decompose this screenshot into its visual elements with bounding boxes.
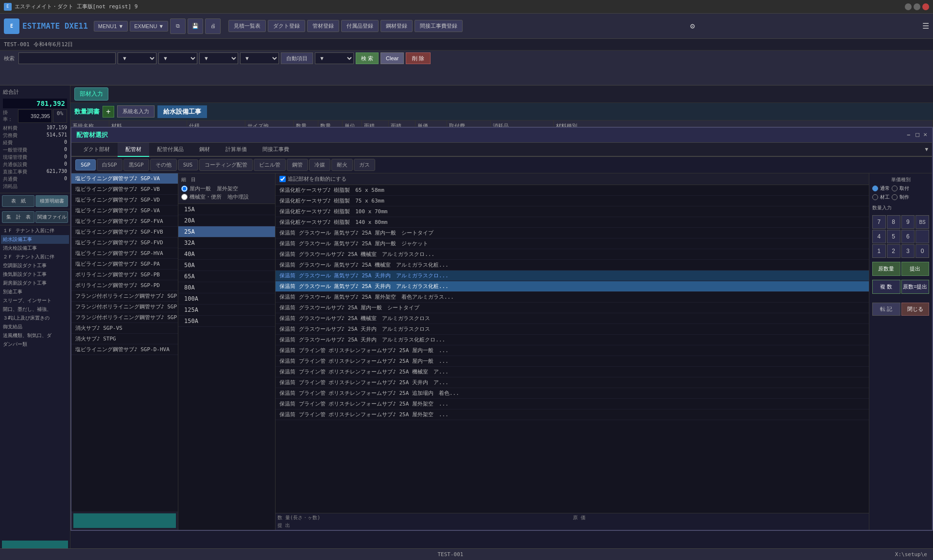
num-0-btn[interactable]: 0 xyxy=(916,244,929,258)
list-item[interactable]: 塩ビライニング鋼管サブ♪ SGP-VD xyxy=(71,195,178,205)
material-radio[interactable] xyxy=(872,194,878,200)
subtab-other[interactable]: その他 xyxy=(150,159,177,171)
list-item[interactable]: フランジ付ポリライニング鋼管サブ♪ SGP-FPA xyxy=(71,291,178,302)
size-item[interactable]: 150A xyxy=(178,316,275,327)
tab-steel[interactable]: 鋼材 xyxy=(191,143,218,157)
size-item[interactable]: 125A xyxy=(178,305,275,316)
exmenu-button[interactable]: EXMENU ▼ xyxy=(130,21,168,32)
print-icon-btn[interactable]: 🖨 xyxy=(205,18,221,34)
equipment-title-btn[interactable]: 給水設備工事 xyxy=(157,105,207,118)
clear-btn[interactable]: Clear xyxy=(380,52,404,64)
dialog-close-btn[interactable]: ✕ xyxy=(923,131,927,139)
right-item[interactable]: 保温筒 グラスウールサブ♪ 25A 機械室 アルミガラスクロ... xyxy=(276,249,869,260)
tab-pipe-material[interactable]: 配管材 xyxy=(118,143,149,157)
transfer-btn[interactable]: 転 記 xyxy=(872,303,900,316)
right-item[interactable]: 保温筒 グラスウール 蒸気サブ♪ 25A 屋内一般 ジャケット xyxy=(276,238,869,249)
file-item[interactable]: 御支給品 xyxy=(1,322,69,331)
file-list[interactable]: １Ｆ テナント入居に伴 給水設備工事 消火栓設備工事 ２Ｆ テナント入居に伴 空… xyxy=(0,225,70,539)
rate-value-input[interactable] xyxy=(18,109,52,123)
right-item[interactable]: 保温筒 ブライン管 ポリスチレンフォームサブ♪ 25A 屋外架空 ... xyxy=(276,399,869,409)
list-item[interactable]: 消火サブ♪ STPG xyxy=(71,334,178,344)
size-item[interactable]: 50A xyxy=(178,260,275,271)
num-9-btn[interactable]: 9 xyxy=(901,215,915,229)
size-item[interactable]: 20A xyxy=(178,215,275,226)
original-submit-btn[interactable]: 原数=提出 xyxy=(901,280,930,294)
file-item[interactable]: １Ｆ テナント入居に伴 xyxy=(1,226,69,235)
list-item[interactable]: 消火サブ♪ SGP-VS xyxy=(71,323,178,334)
dialog-minimize-btn[interactable]: － xyxy=(905,131,912,139)
right-item[interactable]: 保温筒 グラスウールサブ♪ 25A 屋内一般 シートタイプ xyxy=(276,303,869,313)
num-8-btn[interactable]: 8 xyxy=(887,215,900,229)
subtab-refrigerant[interactable]: 冷媒 xyxy=(309,159,330,171)
file-item[interactable]: 消火栓設備工事 xyxy=(1,244,69,253)
size-item[interactable]: 65A xyxy=(178,271,275,282)
right-item[interactable]: 保温筒 グラスウールサブ♪ 25A 天井内 アルミガラス化粧クロ... xyxy=(276,335,869,345)
estimate-list-btn[interactable]: 見積一覧表 xyxy=(228,20,266,32)
save-icon-btn[interactable]: 💾 xyxy=(188,18,203,34)
pipe-list[interactable]: 塩ビライニング鋼管サブ♪ SGP-VA 塩ビライニング鋼管サブ♪ SGP-VB … xyxy=(71,173,178,511)
list-item[interactable]: 塩ビライニング鋼管サブ♪ SGP-FVA xyxy=(71,216,178,227)
file-item[interactable]: ダンパー類 xyxy=(1,340,69,349)
subtab-black-sgp[interactable]: 黒SGP xyxy=(123,159,149,171)
right-item[interactable]: 保温筒 グラスウール 蒸気サブ♪ 25A 屋内一般 シートタイプ xyxy=(276,228,869,238)
submit-btn[interactable]: 提出 xyxy=(901,262,930,276)
copy-btn[interactable]: 複 数 xyxy=(872,280,900,294)
sys-input-btn[interactable]: 系統名入力 xyxy=(117,105,155,118)
list-item[interactable]: 塩ビライニング鋼管サブ♪ SGP-VA xyxy=(71,205,178,216)
subtab-sgp[interactable]: SGP xyxy=(75,159,96,170)
list-item[interactable]: 塩ビライニング鋼管サブ♪ SGP-D-HVA xyxy=(71,344,178,355)
close-btn[interactable] xyxy=(922,3,929,10)
steel-register-btn[interactable]: 鋼材登録 xyxy=(380,20,413,32)
auto-include-checkbox[interactable] xyxy=(279,176,286,182)
close-dialog-btn[interactable]: 閉じる xyxy=(901,303,930,316)
file-item[interactable]: 開口、墨だし、補強、 xyxy=(1,305,69,314)
right-item[interactable]: 保温化粧ケースサブ♪ 樹脂製 75 x 63mm xyxy=(276,196,869,206)
list-item[interactable]: 塩ビライニング鋼管サブ♪ SGP-FVB xyxy=(71,227,178,238)
size-item[interactable]: 32A xyxy=(178,238,275,249)
auto-item-btn[interactable]: 自動項目 xyxy=(281,52,313,64)
indirect-cost-btn[interactable]: 間接工事費登録 xyxy=(415,20,463,32)
add-qty-btn[interactable]: + xyxy=(103,106,114,118)
duct-register-btn[interactable]: ダクト登録 xyxy=(268,20,305,32)
right-item[interactable]: 保温筒 グラスウールサブ♪ 25A 天井内 アルミガラスクロス xyxy=(276,324,869,335)
list-item[interactable]: 塩ビライニング鋼管サブ♪ SGP-FVD xyxy=(71,238,178,248)
filter-machine-room-radio[interactable] xyxy=(181,194,188,200)
file-item[interactable]: 厨房新設ダクト工事 xyxy=(1,279,69,288)
subtab-gas[interactable]: ガス xyxy=(354,159,375,171)
maximize-btn[interactable] xyxy=(914,3,920,10)
list-item[interactable]: フランジ付ポリライニング鋼管サブ♪ SGP-FPB xyxy=(71,302,178,312)
right-item[interactable]: 保温筒 ブライン管 ポリスチレンフォームサブ♪ 25A 屋外架空 ... xyxy=(276,409,869,420)
pipe-register-btn[interactable]: 管材登録 xyxy=(307,20,339,32)
size-item-25a[interactable]: 25A xyxy=(178,226,275,238)
search-dropdown4[interactable]: ▼ xyxy=(240,52,279,64)
num-blank-btn[interactable] xyxy=(916,230,929,243)
subtab-coating[interactable]: コーティング配管 xyxy=(199,159,253,171)
file-item[interactable]: 給水設備工事 xyxy=(1,235,69,244)
install-radio[interactable] xyxy=(892,186,898,191)
detail-btn[interactable]: 積算明細書 xyxy=(35,195,68,207)
num-bs-btn[interactable]: BS xyxy=(916,215,929,229)
search-dropdown3[interactable]: ▼ xyxy=(199,52,238,64)
num-3-btn[interactable]: 3 xyxy=(901,244,915,258)
right-item[interactable]: 保温筒 ブライン管 ポリスチレンフォームサブ♪ 25A 天井内 ア... xyxy=(276,377,869,388)
right-item[interactable]: 保温筒 グラスウール 蒸気サブ♪ 25A 屋外架空 着色アルミガラス... xyxy=(276,292,869,303)
num-6-btn[interactable]: 6 xyxy=(901,230,915,243)
list-item[interactable]: 塩ビライニング鋼管サブ♪ SGP-VA xyxy=(71,173,178,184)
minimize-btn[interactable] xyxy=(905,3,912,10)
right-item[interactable]: 保温筒 ブライン管 ポリスチレンフォームサブ♪ 25A 屋内一般 ... xyxy=(276,356,869,367)
dialog-restore-btn[interactable]: □ xyxy=(916,131,919,139)
right-item[interactable]: 保温筒 ブライン管 ポリスチレンフォームサブ♪ 25A 追加場内 着色... xyxy=(276,388,869,399)
original-qty-btn[interactable]: 原数量 xyxy=(872,262,900,276)
num-7-btn[interactable]: 7 xyxy=(872,215,886,229)
related-files-btn[interactable]: 関連ファイル xyxy=(35,211,68,223)
filter-indoor-general-radio[interactable] xyxy=(181,186,188,192)
right-item[interactable]: 保温筒 グラスウール 蒸気サブ♪ 25A 機械室 アルミガラス化粧... xyxy=(276,260,869,271)
menu1-button[interactable]: MENU1 ▼ xyxy=(94,21,128,32)
right-item[interactable]: 保温化粧ケースサブ♪ 樹脂製 100 x 70mm xyxy=(276,206,869,217)
list-item[interactable]: ポリライニング鋼管サブ♪ SGP-PB xyxy=(71,270,178,280)
list-item[interactable]: フランジ付ポリライニング鋼管サブ♪ SGP-FPD xyxy=(71,312,178,323)
size-item[interactable]: 80A xyxy=(178,282,275,293)
list-item[interactable]: 塩ビライニング鋼管サブ♪ SGP-PA xyxy=(71,259,178,270)
file-item[interactable]: ２Ｆ テナント入居に伴 xyxy=(1,253,69,261)
num-5-btn[interactable]: 5 xyxy=(887,230,900,243)
